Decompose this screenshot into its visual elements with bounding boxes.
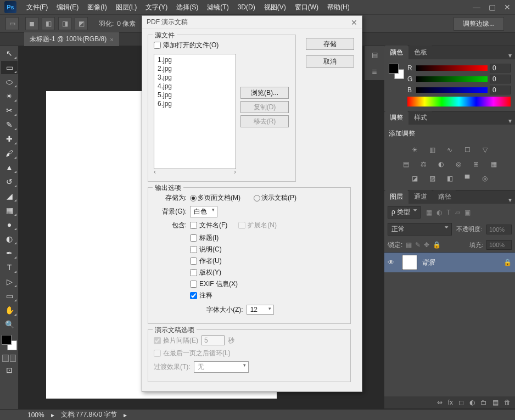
pen-tool[interactable]: ✒ [1,247,18,260]
document-tab[interactable]: 未标题-1 @ 100%(RGB/8) × [24,32,119,46]
menu-type[interactable]: 文字(Y) [141,0,172,15]
r-value[interactable] [490,64,511,72]
gradient-map-icon[interactable]: ▀ [461,173,473,183]
lock-paint-icon[interactable]: ✎ [415,241,421,249]
list-item[interactable]: 1.jpg [155,55,234,64]
mask-icon[interactable]: ◻ [458,399,464,406]
color-mini-swatches[interactable] [389,64,404,79]
zoom-level[interactable]: 100% [27,411,44,419]
exif-checkbox[interactable]: EXIF 信息(X) [190,279,345,289]
fill-field[interactable] [486,240,512,250]
filter-shape-icon[interactable]: ▱ [455,209,460,216]
list-item[interactable]: 2.jpg [155,64,234,73]
filter-pixel-icon[interactable]: ▦ [426,209,432,216]
mode-add-icon[interactable]: ◧ [42,17,55,30]
lasso-tool[interactable]: ⬭ [1,75,18,88]
close-button[interactable]: ✕ [500,1,515,13]
move-tool[interactable]: ↖ [1,47,18,60]
gradient-tool[interactable]: ▦ [1,204,18,217]
description-checkbox[interactable]: 说明(C) [190,245,345,254]
mixer-icon[interactable]: ⊞ [470,159,482,169]
file-listbox[interactable]: 1.jpg 2.jpg 3.jpg 4.jpg 5.jpg 6.jpg [154,54,236,169]
menu-help[interactable]: 帮助(H) [323,0,354,15]
fontsize-select[interactable]: 12 [247,305,274,315]
add-open-files-checkbox[interactable]: 添加打开的文件(O) [154,41,219,50]
vibrance-icon[interactable]: ▽ [479,145,491,155]
fx-icon[interactable]: fx [448,399,453,406]
mode-intersect-icon[interactable]: ◩ [75,17,88,30]
background-select[interactable]: 白色 [190,206,217,217]
panel-menu-icon[interactable]: ▾ [505,52,515,59]
blur-tool[interactable]: ● [1,218,18,231]
menu-select[interactable]: 选择(S) [172,0,203,15]
bw-icon[interactable]: ◐ [435,159,447,169]
r-slider[interactable] [416,65,488,71]
link-layers-icon[interactable]: ⇔ [437,399,443,406]
threshold-icon[interactable]: ◧ [444,173,456,183]
tool-preset-icon[interactable]: ▭ [5,17,19,30]
shape-tool[interactable]: ▭ [1,289,18,303]
foreground-color-swatch[interactable] [2,335,12,345]
layer-thumb[interactable] [402,255,417,270]
author-checkbox[interactable]: 作者(U) [190,256,345,266]
doc-size-arrow[interactable]: ▸ [51,411,54,419]
photo-filter-icon[interactable]: ◎ [452,159,464,169]
tab-styles[interactable]: 样式 [408,111,433,125]
tab-color[interactable]: 颜色 [384,46,408,59]
visibility-eye-icon[interactable]: 👁 [388,259,398,266]
doc-info-arrow[interactable]: ▸ [124,411,127,419]
lut-icon[interactable]: ▦ [488,159,500,169]
tab-layers[interactable]: 图层 [384,190,408,204]
path-select-tool[interactable]: ▷ [1,275,18,288]
quickmask-toggle[interactable] [2,355,16,362]
filename-checkbox[interactable]: 文件名(F) [190,221,227,230]
browse-button[interactable]: 浏览(B)... [240,87,289,99]
list-item[interactable]: 5.jpg [155,91,234,99]
tab-channels[interactable]: 通道 [408,190,433,204]
selective-color-icon[interactable]: ◎ [479,173,491,183]
copyright-checkbox[interactable]: 版权(Y) [190,268,345,277]
list-item[interactable]: 3.jpg [155,73,234,82]
panel-menu-icon[interactable]: ▾ [505,117,515,125]
posterize-icon[interactable]: ▨ [426,173,438,183]
crop-tool[interactable]: ✂ [1,104,18,117]
scroll-left-icon[interactable]: ‹ [154,168,156,176]
menu-edit[interactable]: 编辑(E) [52,0,83,15]
color-swatches[interactable] [2,335,17,350]
cancel-button[interactable]: 取消 [306,55,354,68]
levels-icon[interactable]: ▥ [426,145,438,155]
screen-mode[interactable]: ⊡ [1,363,18,377]
wand-tool[interactable]: ✴ [1,89,18,103]
filter-smart-icon[interactable]: ▣ [464,209,471,216]
panel-menu-icon[interactable]: ▾ [505,196,515,204]
new-fill-icon[interactable]: ◐ [469,399,475,406]
tab-swatches[interactable]: 色板 [408,46,433,59]
invert-icon[interactable]: ◪ [408,173,421,183]
filter-adj-icon[interactable]: ◐ [436,209,442,216]
layer-item[interactable]: 👁 背景 🔒 [384,253,515,272]
properties-panel-icon[interactable]: ≣ [366,64,383,79]
tab-paths[interactable]: 路径 [433,190,457,204]
fg-mini-swatch[interactable] [389,64,399,74]
close-tab-icon[interactable]: × [110,36,113,43]
lock-position-icon[interactable]: ✥ [424,241,429,249]
menu-image[interactable]: 图像(I) [83,0,111,15]
list-item[interactable]: 6.jpg [155,99,234,108]
brush-tool[interactable]: 🖌 [1,147,18,160]
spectrum-bar[interactable] [407,97,511,107]
stamp-tool[interactable]: ▲ [1,161,18,174]
b-slider[interactable] [416,87,488,93]
presentation-radio[interactable]: 演示文稿(P) [254,193,296,203]
new-group-icon[interactable]: 🗀 [480,399,487,406]
g-value[interactable] [490,75,511,83]
history-brush-tool[interactable]: ↺ [1,175,18,188]
menu-filter[interactable]: 滤镜(T) [203,0,233,15]
eyedropper-tool[interactable]: ✎ [1,118,18,131]
hand-tool[interactable]: ✋ [1,304,18,317]
marquee-tool[interactable]: ▭ [1,61,18,74]
dodge-tool[interactable]: ◐ [1,232,18,245]
maximize-button[interactable]: ▢ [484,1,500,13]
lock-pixels-icon[interactable]: ▦ [406,241,412,249]
brightness-icon[interactable]: ☀ [408,145,421,155]
duplicate-button[interactable]: 复制(D) [240,101,289,113]
